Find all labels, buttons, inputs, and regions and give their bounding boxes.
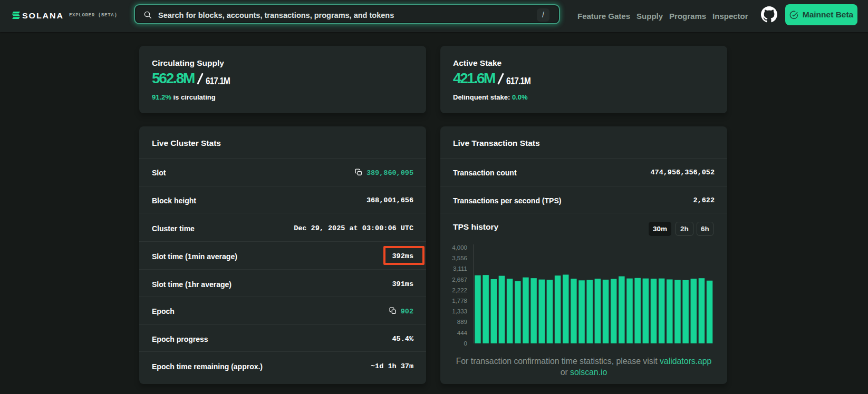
svg-text:0: 0 bbox=[464, 340, 467, 347]
svg-text:1,333: 1,333 bbox=[452, 308, 467, 314]
svg-text:2,667: 2,667 bbox=[452, 277, 467, 283]
svg-text:4,000: 4,000 bbox=[452, 244, 467, 251]
svg-text:3,111: 3,111 bbox=[453, 265, 467, 272]
svg-text:889: 889 bbox=[457, 319, 467, 325]
svg-text:1,778: 1,778 bbox=[452, 298, 467, 304]
svg-text:444: 444 bbox=[457, 330, 468, 336]
svg-text:2,222: 2,222 bbox=[452, 287, 467, 293]
svg-text:3,556: 3,556 bbox=[452, 255, 467, 261]
